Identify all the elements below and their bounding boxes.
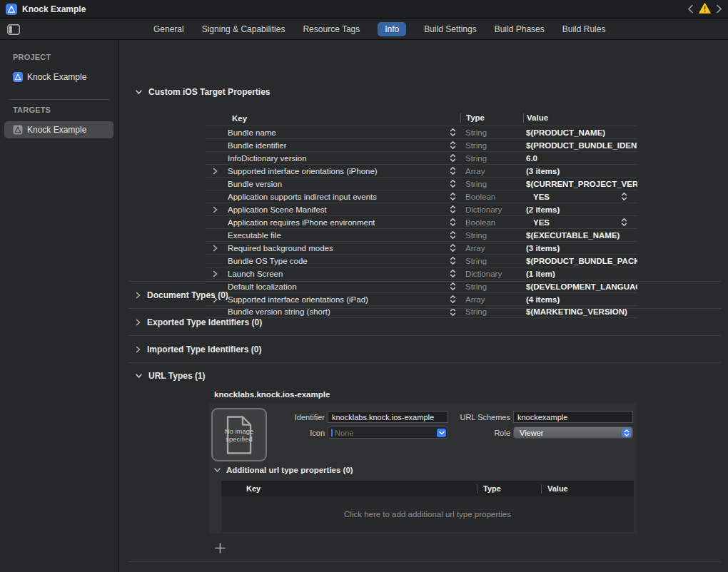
disclosure-chevron-icon[interactable]	[213, 267, 218, 280]
disclosure-chevron-icon[interactable]	[213, 165, 218, 177]
property-type[interactable]: String	[460, 128, 523, 137]
section-document-types-0[interactable]: Document Types (0)	[128, 282, 721, 309]
property-row[interactable]: Application Scene Manifest Dictionary (2…	[205, 203, 637, 215]
property-row[interactable]: Executable file String $(EXECUTABLE_NAME…	[205, 228, 637, 241]
property-row[interactable]: Bundle OS Type code String $(PRODUCT_BUN…	[205, 254, 637, 267]
key-stepper-icon[interactable]	[450, 153, 456, 163]
key-stepper-icon[interactable]	[450, 205, 456, 214]
value-stepper-icon[interactable]	[621, 218, 627, 227]
tab-build-rules[interactable]: Build Rules	[562, 22, 606, 36]
property-type[interactable]: String	[460, 257, 523, 265]
property-row[interactable]: Bundle identifier String $(PRODUCT_BUNDL…	[205, 138, 637, 151]
property-type[interactable]: Array	[460, 167, 523, 175]
property-value[interactable]: $(PRODUCT_BUNDLE_IDENT	[526, 141, 637, 150]
url-schemes-input[interactable]	[513, 411, 633, 423]
property-value[interactable]: (2 items)	[526, 205, 560, 214]
property-type[interactable]: String	[460, 141, 523, 150]
chevron-right-icon[interactable]	[136, 343, 141, 356]
value-stepper-icon[interactable]	[621, 192, 627, 201]
property-type[interactable]: Boolean	[460, 218, 523, 227]
chevron-right-icon[interactable]	[136, 289, 141, 302]
forward-button[interactable]	[716, 4, 722, 16]
window-title: Knock Example	[22, 4, 86, 14]
property-value[interactable]: $(EXECUTABLE_NAME)	[526, 231, 620, 240]
tab-resource-tags[interactable]: Resource Tags	[303, 22, 360, 36]
property-value[interactable]: (3 items)	[526, 167, 560, 175]
chevron-down-icon[interactable]	[214, 467, 221, 473]
property-value[interactable]: (1 item)	[526, 270, 555, 278]
property-value[interactable]: 6.0	[526, 154, 537, 163]
property-type[interactable]: Boolean	[460, 193, 523, 201]
sidebar-item-target[interactable]: Knock Example	[4, 121, 113, 138]
property-row[interactable]: Application requires iPhone environment …	[205, 215, 637, 228]
sidebar-toggle-icon[interactable]	[7, 24, 20, 35]
role-popup[interactable]: Viewer	[513, 427, 633, 439]
property-row[interactable]: InfoDictionary version String 6.0	[205, 151, 637, 164]
tab-build-phases[interactable]: Build Phases	[495, 22, 545, 36]
back-button[interactable]	[687, 4, 694, 16]
additional-table-header: Key Type Value	[221, 481, 634, 496]
property-type[interactable]: String	[460, 154, 523, 163]
tab-info[interactable]: Info	[378, 22, 406, 36]
column-header-type: Type	[477, 484, 541, 494]
section-imported-type-identifiers-0[interactable]: Imported Type Identifiers (0)	[128, 336, 721, 363]
key-stepper-icon[interactable]	[450, 192, 456, 201]
add-url-type-button[interactable]	[213, 541, 226, 554]
column-header-value: Value	[541, 484, 634, 494]
column-header-key: Key	[205, 114, 460, 123]
property-type[interactable]: Dictionary	[460, 205, 523, 214]
sidebar-item-project[interactable]: Knock Example	[4, 68, 113, 86]
chevron-down-icon[interactable]	[136, 89, 142, 95]
tab-bar: GeneralSigning & CapabilitiesResource Ta…	[153, 19, 605, 39]
disclosure-chevron-icon[interactable]	[213, 242, 218, 254]
section-url-types[interactable]: URL Types (1)	[136, 371, 206, 381]
additional-table-empty-row[interactable]: Click here to add additional url type pr…	[221, 496, 634, 532]
property-row[interactable]: Bundle version String $(CURRENT_PROJECT_…	[205, 177, 637, 190]
property-type[interactable]: Dictionary	[460, 270, 523, 278]
role-label: Role	[409, 429, 510, 437]
section-title: Custom iOS Target Properties	[148, 87, 270, 97]
property-value[interactable]: (3 items)	[526, 244, 560, 252]
section-exported-type-identifiers-0[interactable]: Exported Type Identifiers (0)	[128, 309, 721, 336]
url-types-title: URL Types (1)	[148, 371, 206, 381]
property-row[interactable]: Supported interface orientations (iPhone…	[205, 164, 637, 177]
key-stepper-icon[interactable]	[450, 141, 456, 150]
warning-icon[interactable]	[699, 3, 711, 16]
key-stepper-icon[interactable]	[450, 269, 456, 278]
property-row[interactable]: Application supports indirect input even…	[205, 190, 637, 203]
property-value[interactable]: $(PRODUCT_NAME)	[526, 128, 605, 137]
additional-url-type-properties-header[interactable]: Additional url type properties (0)	[214, 466, 353, 474]
key-stepper-icon[interactable]	[450, 218, 456, 227]
tab-general[interactable]: General	[153, 22, 184, 36]
property-key: Application requires iPhone environment	[228, 218, 375, 227]
column-header-key: Key	[221, 484, 477, 493]
key-stepper-icon[interactable]	[450, 128, 456, 137]
key-stepper-icon[interactable]	[450, 166, 456, 175]
role-popup-value: Viewer	[520, 429, 543, 437]
key-stepper-icon[interactable]	[450, 179, 456, 188]
key-stepper-icon[interactable]	[450, 230, 456, 240]
disclosure-chevron-icon[interactable]	[213, 203, 218, 215]
property-row[interactable]: Launch Screen Dictionary (1 item)	[205, 267, 637, 280]
key-stepper-icon[interactable]	[450, 243, 456, 252]
property-type[interactable]: String	[460, 180, 523, 188]
tab-build-settings[interactable]: Build Settings	[424, 22, 476, 36]
plus-icon	[215, 543, 226, 553]
title-bar: Knock Example	[0, 0, 728, 19]
property-row[interactable]: Bundle name String $(PRODUCT_NAME)	[205, 126, 637, 138]
chevron-right-icon[interactable]	[136, 316, 141, 329]
property-type[interactable]: String	[460, 231, 523, 240]
sidebar: PROJECT Knock Example TARGETS Knock Exam…	[0, 40, 118, 572]
property-key: Application supports indirect input even…	[228, 193, 377, 201]
property-value[interactable]: $(CURRENT_PROJECT_VERS	[526, 180, 637, 188]
property-value[interactable]: YES	[533, 218, 550, 227]
property-type[interactable]: Array	[460, 244, 523, 252]
chevron-down-icon[interactable]	[136, 373, 142, 379]
key-stepper-icon[interactable]	[450, 256, 456, 265]
section-custom-ios-target-properties[interactable]: Custom iOS Target Properties	[136, 87, 270, 97]
property-value[interactable]: $(PRODUCT_BUNDLE_PACKA	[526, 257, 637, 265]
tab-signing-capabilities[interactable]: Signing & Capabilities	[202, 22, 285, 36]
up-down-chevrons-icon[interactable]	[622, 429, 631, 437]
property-value[interactable]: YES	[533, 193, 550, 201]
property-row[interactable]: Required background modes Array (3 items…	[205, 241, 637, 254]
